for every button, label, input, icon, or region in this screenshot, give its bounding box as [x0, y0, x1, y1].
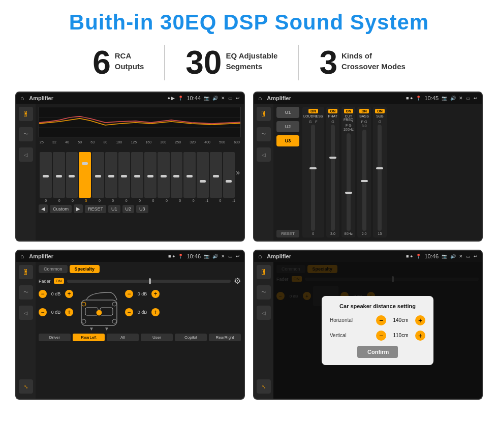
location-icon-4: 📍: [416, 254, 421, 259]
horizontal-plus-btn[interactable]: +: [415, 315, 425, 325]
db-fr-plus[interactable]: +: [151, 290, 160, 298]
vertical-minus-btn[interactable]: −: [376, 331, 386, 341]
settings-icon-3[interactable]: ⚙: [234, 276, 241, 286]
back-icon-4[interactable]: ↩: [474, 254, 478, 259]
db-rr-minus[interactable]: −: [125, 308, 133, 316]
eq-slider-10[interactable]: [158, 152, 170, 198]
db-fr-minus[interactable]: −: [125, 290, 133, 298]
home-icon-3[interactable]: ⌂: [20, 253, 24, 260]
fader-slider[interactable]: [67, 280, 231, 283]
db-rr-value: 0 dB: [135, 310, 150, 315]
eq-icon-2[interactable]: 🎚: [257, 107, 271, 121]
sub-slider[interactable]: [378, 125, 382, 231]
eq-slider-14[interactable]: [210, 152, 222, 198]
eq-slider-1[interactable]: [40, 152, 52, 198]
minimize-icon: ▭: [228, 96, 233, 101]
u2-preset-btn[interactable]: U2: [276, 121, 299, 132]
u3-preset-btn[interactable]: U3: [276, 135, 299, 146]
eq-play-btn[interactable]: ▶: [74, 204, 83, 213]
cutfreq-on[interactable]: ON: [344, 109, 354, 113]
wave-icon[interactable]: 〜: [19, 127, 33, 141]
eq-u1-btn[interactable]: U1: [108, 205, 120, 213]
home-icon-2[interactable]: ⌂: [258, 95, 262, 102]
back-icon-3[interactable]: ↩: [236, 254, 240, 259]
sub-name: SUB: [376, 114, 383, 118]
fader-on-badge[interactable]: ON: [54, 278, 64, 284]
eq-slider-8[interactable]: [131, 152, 143, 198]
rearright-btn[interactable]: RearRight: [209, 334, 241, 341]
eq-custom-btn[interactable]: Custom: [50, 205, 72, 213]
left-sidebar-2: 🎚 〜 ◁: [254, 104, 273, 241]
eq-prev-btn[interactable]: ◀: [39, 204, 48, 213]
db-rr-plus[interactable]: +: [151, 308, 160, 316]
fader-control-row: Fader ON ⚙: [39, 276, 241, 286]
dialog-title: Car speaker distance setting: [330, 303, 425, 309]
driver-btn[interactable]: Driver: [39, 334, 71, 341]
eq-u2-btn[interactable]: U2: [122, 205, 135, 213]
sub-on[interactable]: ON: [375, 109, 385, 113]
back-icon[interactable]: ↩: [236, 96, 240, 101]
common-tab[interactable]: Common: [39, 265, 68, 273]
horizontal-minus-btn[interactable]: −: [376, 315, 386, 325]
home-icon[interactable]: ⌂: [20, 95, 24, 102]
fader-tabs: Common Specialty: [39, 265, 241, 273]
eq-slider-2[interactable]: [53, 152, 65, 198]
eq-u3-btn[interactable]: U3: [136, 205, 148, 213]
eq-icon-3[interactable]: 🎚: [19, 265, 33, 279]
back-icon-2[interactable]: ↩: [474, 96, 478, 101]
bass-slider[interactable]: [362, 130, 366, 231]
speaker-icon-2[interactable]: ◁: [257, 147, 271, 162]
wave-icon-4[interactable]: 〜: [257, 285, 271, 300]
reset-btn-2[interactable]: RESET: [276, 230, 299, 237]
eq-slider-15[interactable]: [223, 152, 235, 198]
cutfreq-slider[interactable]: [347, 133, 351, 231]
db-fl-plus[interactable]: +: [65, 290, 73, 298]
eq-slider-3[interactable]: [66, 152, 78, 198]
db-fl-minus[interactable]: −: [39, 290, 47, 298]
vertical-plus-btn[interactable]: +: [415, 331, 425, 341]
confirm-btn[interactable]: Confirm: [357, 346, 398, 358]
wave-icon-3[interactable]: 〜: [19, 285, 33, 300]
u1-preset-btn[interactable]: U1: [276, 107, 299, 118]
eq-slider-6[interactable]: [105, 152, 117, 198]
phat-on[interactable]: ON: [328, 109, 338, 113]
app-name-3: Amplifier: [29, 253, 165, 259]
home-icon-4[interactable]: ⌂: [258, 253, 262, 260]
eq-slider-7[interactable]: [118, 152, 131, 198]
eq-reset-btn[interactable]: RESET: [85, 205, 106, 213]
db-rl-plus[interactable]: +: [65, 308, 73, 316]
expand-icon-4[interactable]: ⤡: [257, 379, 271, 394]
eq-slider-5[interactable]: [92, 152, 104, 198]
rearleft-btn[interactable]: RearLeft: [73, 334, 105, 341]
eq-icon-4[interactable]: 🎚: [257, 265, 271, 279]
speaker-icon-4[interactable]: ◁: [257, 306, 271, 320]
db-rl-minus[interactable]: −: [39, 308, 47, 316]
speaker-icon[interactable]: ◁: [19, 147, 33, 162]
all-btn[interactable]: All: [107, 334, 139, 341]
loudness-on[interactable]: ON: [308, 109, 318, 113]
location-icon: 📍: [178, 96, 183, 101]
wave-icon-2[interactable]: 〜: [257, 127, 271, 141]
eq-slider-11[interactable]: [171, 152, 183, 198]
eq-slider-13[interactable]: [197, 152, 209, 198]
bass-on[interactable]: ON: [359, 109, 369, 113]
page-title: Buith-in 30EQ DSP Sound System: [15, 10, 483, 35]
phat-slider[interactable]: [331, 125, 335, 231]
stat-crossover-desc: Kinds ofCrossover Modes: [341, 46, 406, 72]
eq-icon[interactable]: 🎚: [19, 107, 33, 121]
amp-presets: U1 U2 U3 RESET: [276, 107, 299, 237]
eq-slider-9[interactable]: [144, 152, 157, 198]
stats-row: 6 RCAOutputs 30 EQ AdjustableSegments 3 …: [15, 45, 483, 80]
stat-rca-desc: RCAOutputs: [115, 46, 144, 72]
eq-slider-12[interactable]: [183, 152, 196, 198]
speaker-icon-3[interactable]: ◁: [19, 306, 33, 320]
loudness-slider[interactable]: [311, 125, 315, 231]
specialty-tab[interactable]: Specialty: [70, 265, 100, 273]
user-btn[interactable]: User: [141, 334, 173, 341]
copilot-btn[interactable]: Copilot: [175, 334, 207, 341]
location-icon-2: 📍: [416, 96, 421, 101]
left-sidebar-1: 🎚 〜 ◁: [16, 104, 36, 241]
eq-slider-4[interactable]: [79, 152, 91, 198]
close-icon-2: ✕: [459, 96, 463, 101]
expand-icon-3[interactable]: ⤡: [19, 379, 33, 394]
